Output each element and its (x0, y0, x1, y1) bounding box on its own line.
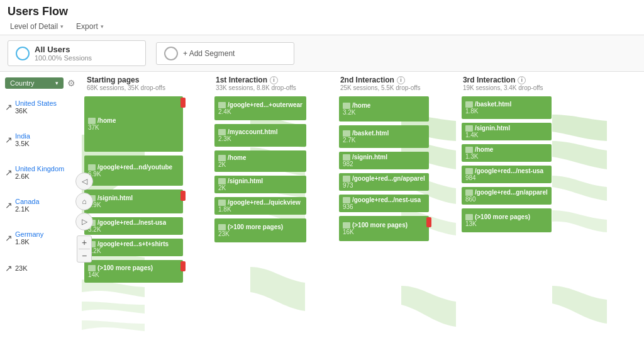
country-link[interactable]: United States (15, 99, 57, 107)
page-node[interactable]: /google+red...s+t+shirts 2.2K (84, 239, 183, 256)
column-subtitle: 68K sessions, 35K drop-offs (87, 84, 180, 91)
page-bar[interactable]: (>100 more pages) 13K (462, 208, 552, 232)
page-node[interactable]: (>100 more pages) 16K (339, 216, 429, 241)
country-list: ↗ United States 36K ↗ India 3.5K ↗ Unite… (5, 96, 77, 273)
page-node[interactable]: (>100 more pages) 14K (84, 260, 183, 283)
country-link[interactable]: Germany (15, 230, 43, 238)
country-count: 36K (15, 107, 57, 115)
page-bar[interactable]: /home 2K (214, 150, 306, 172)
info-icon[interactable]: i (518, 76, 526, 84)
info-icon[interactable]: i (397, 76, 405, 84)
toolbar: Level of Detail ▾ Export ▾ (8, 21, 636, 32)
page-node[interactable]: /google+red...gn/apparel 860 (462, 187, 552, 205)
page-bar[interactable]: /signin.html 5.9K (84, 189, 183, 213)
page-node[interactable]: /signin.html 2K (214, 176, 306, 193)
level-of-detail-button[interactable]: Level of Detail ▾ (8, 21, 66, 32)
zoom-out-button[interactable]: − (77, 249, 91, 262)
starting-pages-column: Starting pages 68K sessions, 35K drop-of… (82, 74, 186, 362)
connector-spacer-1 (186, 74, 211, 362)
column-header: 3rd Interaction i 19K sessions, 3.4K dro… (458, 74, 555, 96)
flow-arrow-icon: ↗ (5, 233, 13, 243)
page-node[interactable]: /google+red...gn/apparel 973 (339, 173, 429, 191)
page-bar[interactable]: /home 3.2K (339, 96, 429, 122)
third-interaction-column: 3rd Interaction i 19K sessions, 3.4K dro… (458, 74, 555, 362)
page-node[interactable]: /myaccount.html 2.3K (214, 124, 306, 147)
page-node[interactable]: (>100 more pages) 23K (214, 218, 306, 242)
page-bar[interactable]: /google+red.../nest-usa 3.2K (84, 217, 183, 235)
drop-off-indicator (180, 261, 186, 271)
settings-icon[interactable]: ⚙ (66, 77, 77, 89)
page-bar[interactable]: /basket.html 2.7K (339, 125, 429, 148)
page-bar[interactable]: /google+red...+outerwear 2.4K (214, 96, 306, 120)
list-item: ↗ United Kingdom 2.6K (5, 165, 77, 180)
page-node[interactable]: /google+red.../nest-usa 936 (339, 195, 429, 212)
page-node[interactable]: /basket.html 2.7K (339, 125, 429, 148)
page-bar[interactable]: /basket.html 1.8K (462, 96, 552, 119)
page-bar[interactable]: /google+red...gn/apparel 973 (339, 173, 429, 191)
add-segment-circle (164, 47, 178, 60)
page-node[interactable]: /google+red...nd/youtube 6.9K (84, 156, 183, 186)
page-node[interactable]: /google+red...+outerwear 2.4K (214, 96, 306, 120)
countries-panel: Country ▾ ⚙ ↗ United States 36K ↗ India … (0, 72, 82, 362)
zoom-in-button[interactable]: + (77, 236, 91, 249)
page-bar[interactable]: /google+red.../quickview 1.8K (214, 197, 306, 215)
page-bar[interactable]: (>100 more pages) 23K (214, 218, 306, 242)
list-item: ↗ Germany 1.8K (5, 230, 77, 246)
page-node[interactable]: /google+red.../nest-usa 984 (462, 166, 552, 183)
nav-home-button[interactable]: ⌂ (75, 193, 93, 210)
page-bar[interactable]: /home 37K (84, 96, 183, 152)
country-link[interactable]: United Kingdom (15, 165, 64, 173)
page-bar[interactable]: /signin.html 2K (214, 176, 306, 193)
page-node[interactable]: /home 1.3K (462, 144, 552, 162)
page-bar[interactable]: /google+red...gn/apparel 860 (462, 187, 552, 205)
page-node[interactable]: /basket.html 1.8K (462, 96, 552, 119)
chevron-down-icon: ▾ (55, 80, 58, 86)
page-node[interactable]: /signin.html 1.4K (462, 123, 552, 140)
segment-circle (16, 47, 30, 60)
nav-right-button[interactable]: ▷ (75, 213, 93, 230)
page-node[interactable]: /home 3.2K (339, 96, 429, 122)
country-count: 2.1K (15, 205, 40, 213)
page-nodes: /google+red...+outerwear 2.4K /myaccount… (211, 96, 310, 242)
column-subtitle: 19K sessions, 3.4K drop-offs (463, 84, 550, 91)
page-bar[interactable]: /google+red.../nest-usa 936 (339, 195, 429, 212)
page-bar[interactable]: /myaccount.html 2.3K (214, 124, 306, 147)
page-node[interactable]: (>100 more pages) 13K (462, 208, 552, 232)
column-title: 2nd Interaction (340, 76, 394, 84)
page-node[interactable]: /signin.html 5.9K (84, 189, 183, 213)
page-node[interactable]: /signin.html 982 (339, 152, 429, 169)
page-bar[interactable]: (>100 more pages) 14K (84, 260, 183, 283)
page-bar[interactable]: /google+red...nd/youtube 6.9K (84, 156, 183, 186)
country-link[interactable]: India (15, 132, 30, 140)
zoom-controls: + − (77, 235, 92, 263)
drop-off-indicator (180, 191, 186, 201)
all-users-segment[interactable]: All Users 100.00% Sessions (8, 40, 146, 66)
page-bar[interactable]: /google+red.../nest-usa 984 (462, 166, 552, 183)
main-flow: Starting pages 68K sessions, 35K drop-of… (82, 72, 644, 362)
export-button[interactable]: Export ▾ (74, 21, 106, 32)
country-dropdown[interactable]: Country ▾ (5, 77, 64, 89)
page-bar[interactable]: /signin.html 982 (339, 152, 429, 169)
column-subtitle: 33K sessions, 8.8K drop-offs (216, 84, 305, 91)
country-count: 1.8K (15, 238, 43, 246)
country-count: 23K (15, 264, 28, 272)
page-bar[interactable]: /google+red...s+t+shirts 2.2K (84, 239, 183, 256)
first-interaction-column: 1st Interaction i 33K sessions, 8.8K dro… (211, 74, 310, 362)
page-node[interactable]: /google+red.../nest-usa 3.2K (84, 217, 183, 235)
connector-spacer-3 (433, 74, 458, 362)
page-bar[interactable]: /home 1.3K (462, 144, 552, 162)
page-node[interactable]: /home 37K (84, 96, 183, 152)
segment-sub: 100.00% Sessions (35, 54, 92, 62)
second-interaction-column: 2nd Interaction i 25K sessions, 5.5K dro… (335, 74, 433, 362)
page-node[interactable]: /google+red.../quickview 1.8K (214, 197, 306, 215)
country-count: 3.5K (15, 140, 30, 147)
country-link[interactable]: Canada (15, 198, 40, 205)
page-bar[interactable]: (>100 more pages) 16K (339, 216, 429, 241)
flow-container: Country ▾ ⚙ ↗ United States 36K ↗ India … (0, 72, 644, 362)
page-bar[interactable]: /signin.html 1.4K (462, 123, 552, 140)
page-node[interactable]: /home 2K (214, 150, 306, 172)
add-segment-button[interactable]: + Add Segment (156, 42, 294, 65)
nav-left-button[interactable]: ◁ (75, 173, 93, 190)
info-icon[interactable]: i (270, 76, 278, 84)
drop-off-indicator (426, 217, 431, 227)
